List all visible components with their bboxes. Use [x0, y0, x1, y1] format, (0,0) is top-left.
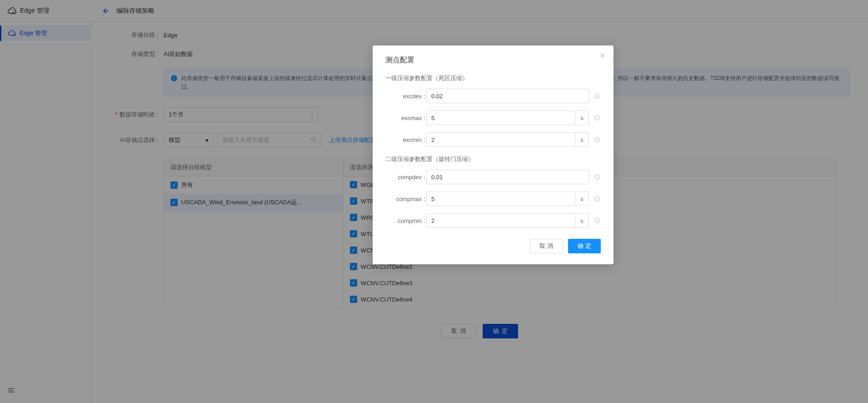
- row-excmax: excmax s: [385, 111, 601, 125]
- section-1-title: 一级压缩参数配置（死区压缩）: [385, 74, 601, 82]
- info-circle-icon[interactable]: [594, 114, 601, 121]
- row-excmin: excmin s: [385, 132, 601, 147]
- row-compmax: compmax s: [385, 191, 601, 206]
- info-circle-icon[interactable]: [594, 195, 601, 202]
- row-excdev: excdev: [385, 89, 601, 103]
- info-circle-icon[interactable]: [594, 217, 601, 224]
- unit-compmin: s: [575, 213, 589, 228]
- info-circle-icon[interactable]: [594, 173, 601, 181]
- unit-excmin: s: [575, 132, 589, 147]
- modal-cancel-button[interactable]: 取消: [530, 239, 563, 253]
- row-compmin: compmin s: [385, 213, 601, 228]
- label-excmin: excmin: [385, 136, 426, 143]
- modal-ok-button[interactable]: 确定: [568, 239, 601, 253]
- unit-compmax: s: [575, 191, 589, 206]
- section-2-title: 二级压缩参数配置（旋转门压缩）: [385, 155, 601, 163]
- unit-excmax: s: [575, 111, 589, 125]
- modal-title: 测点配置: [385, 55, 601, 65]
- input-excmin[interactable]: [426, 132, 575, 147]
- label-excmax: excmax: [385, 115, 426, 121]
- modal-footer: 取消 确定: [385, 239, 601, 253]
- label-excdev: excdev: [385, 93, 426, 100]
- input-compmin[interactable]: [426, 213, 575, 228]
- close-icon[interactable]: [599, 52, 606, 61]
- label-compmin: compmin: [385, 217, 426, 224]
- info-circle-icon[interactable]: [594, 136, 601, 143]
- input-compdev[interactable]: [426, 170, 589, 184]
- info-circle-icon[interactable]: [594, 92, 601, 100]
- label-compmax: compmax: [385, 196, 426, 202]
- point-config-modal: 测点配置 一级压缩参数配置（死区压缩） excdev excmax s excm…: [373, 45, 614, 264]
- input-compmax[interactable]: [426, 191, 575, 206]
- input-excmax[interactable]: [426, 111, 575, 125]
- label-compdev: compdev: [385, 174, 426, 181]
- row-compdev: compdev: [385, 170, 601, 184]
- input-excdev[interactable]: [426, 89, 589, 103]
